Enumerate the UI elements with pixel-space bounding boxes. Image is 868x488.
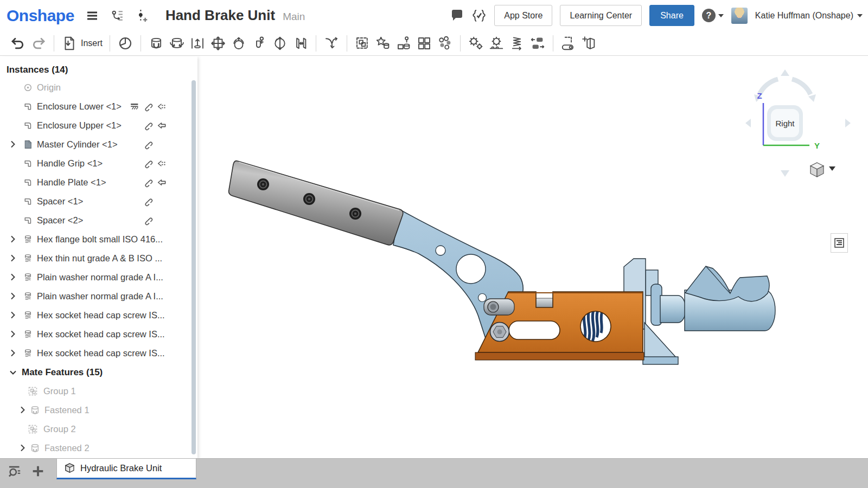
instance-row[interactable]: Handle Plate <1> (0, 173, 197, 192)
chevron-right-icon[interactable] (8, 310, 18, 320)
view-cube[interactable]: Right Z Y (742, 64, 867, 183)
toolbar-screw-relation-button[interactable] (527, 33, 548, 54)
chevron-right-icon[interactable] (8, 253, 18, 263)
toolbar-insert-button[interactable]: Insert (59, 33, 105, 54)
mate-features-header[interactable]: Mate Features (15) (0, 363, 197, 382)
view-options-caret-icon[interactable] (829, 166, 835, 171)
user-menu[interactable]: Katie Huffman (Onshape) (755, 11, 863, 21)
toolbar-planar-mate-button[interactable] (208, 33, 228, 54)
instance-row[interactable]: Hex socket head cap screw IS... (0, 344, 197, 363)
toolbar-parallel-mate-button[interactable] (290, 33, 311, 54)
rotate-left-arrow[interactable] (745, 119, 751, 127)
toolbar-sheet-metal-model-button[interactable] (558, 33, 579, 54)
hex-bolt[interactable] (490, 323, 509, 342)
document-menu-button[interactable] (85, 9, 99, 23)
mate-feature-row[interactable]: Fastened 2 (0, 439, 197, 458)
mate-feature-label: Group 2 (43, 424, 76, 434)
toolbar-revolute-mate-button[interactable] (167, 33, 187, 54)
instance-row[interactable]: Spacer <2> (0, 211, 197, 230)
rotate-up-arrow[interactable] (781, 69, 789, 76)
toolbar-slider-mate-button[interactable] (187, 33, 208, 54)
toolbar-group-button[interactable] (352, 33, 373, 54)
toolbar-pattern-button[interactable] (414, 33, 435, 54)
toolbar-undo-button[interactable] (8, 33, 28, 54)
manage-tabs-button[interactable] (4, 462, 24, 480)
toolbar-mate-relation-button[interactable] (321, 33, 342, 54)
chevron-right-icon[interactable] (8, 139, 18, 149)
toolbar-exploded-views-button[interactable] (393, 33, 414, 54)
instance-label: Enclosure Lower <1> (37, 101, 122, 112)
mate-relation-icon (323, 35, 340, 52)
toolbar-redo-button[interactable] (28, 33, 49, 54)
toolbar-fastened-mate-button[interactable] (146, 33, 167, 54)
learning-center-button[interactable]: Learning Center (560, 5, 642, 26)
share-button[interactable]: Share (649, 5, 694, 26)
rotate-ccw-arrow[interactable] (760, 79, 778, 94)
toolbar-spring-relation-button[interactable] (507, 33, 527, 54)
chevron-right-icon[interactable] (8, 329, 18, 339)
toolbar-rack-and-pinion-relation-button[interactable] (486, 33, 507, 54)
instance-row[interactable]: Origin (0, 78, 197, 97)
toolbar-ball-mate-button[interactable] (228, 33, 249, 54)
add-tab-button[interactable] (28, 462, 48, 480)
view-cube-face-label[interactable]: Right (775, 119, 795, 128)
planar-mate-icon (210, 35, 226, 52)
instance-row[interactable]: Hex socket head cap screw IS... (0, 306, 197, 325)
pivot-bolt[interactable] (484, 299, 514, 315)
toolbar-replicate-button[interactable] (435, 33, 455, 54)
toolbar-display-states-button[interactable] (579, 33, 599, 54)
link-icon (143, 158, 153, 169)
mate-feature-row[interactable]: Group 2 (0, 420, 197, 439)
instance-row[interactable]: Master Cylinder <1> (0, 135, 197, 154)
toolbar-pin-slot-mate-button[interactable] (249, 33, 270, 54)
toolbar-gear-relation-button[interactable] (465, 33, 486, 54)
instance-row[interactable]: Plain washer normal grade A I... (0, 287, 197, 306)
chevron-right-icon[interactable] (8, 272, 18, 282)
chevron-right-icon[interactable] (8, 291, 18, 301)
create-version-button[interactable] (136, 8, 150, 23)
featurescript-notices-button[interactable] (471, 8, 487, 23)
sidebar-scrollbar[interactable] (192, 80, 196, 454)
instance-row[interactable]: Plain washer normal grade A I... (0, 268, 197, 287)
rotate-cw-arrow[interactable] (792, 79, 810, 94)
instance-row[interactable]: Spacer <1> (0, 192, 197, 211)
toolbar-mate-connector-button[interactable] (115, 33, 136, 54)
mate-feature-row[interactable]: Fastened 1 (0, 401, 197, 420)
rotate-down-arrow[interactable] (781, 170, 789, 177)
instance-row[interactable]: Handle Grip <1> (0, 154, 197, 173)
search-tabs-icon (7, 464, 22, 479)
mate-connector-icon (117, 35, 133, 52)
master-cylinder-part[interactable] (624, 259, 775, 364)
instance-row[interactable]: Hex thin nut grade A & B ISO ... (0, 249, 197, 268)
onshape-logo[interactable]: Onshape (7, 7, 74, 25)
view-options-cube-icon[interactable] (810, 163, 824, 177)
help-icon: ? (702, 9, 716, 22)
display-states-icon (581, 35, 597, 52)
toolbar-cylindrical-mate-button[interactable] (270, 33, 290, 54)
chevron-right-icon[interactable] (18, 405, 28, 415)
handle-grip-part[interactable] (229, 161, 403, 245)
chevron-down-icon[interactable] (8, 368, 18, 377)
redo-icon (30, 35, 47, 52)
tab-hydraulic-brake-unit[interactable]: Hydraulic Brake Unit (56, 459, 196, 479)
app-store-button[interactable]: App Store (494, 5, 552, 26)
instance-row[interactable]: Hex flange bolt small ISO 416... (0, 230, 197, 249)
versions-history-button[interactable] (110, 8, 125, 23)
instance-row[interactable]: Hex socket head cap screw IS... (0, 325, 197, 344)
chevron-right-icon[interactable] (18, 443, 28, 453)
rotate-right-arrow[interactable] (845, 119, 851, 127)
rotate-cw-arrowhead[interactable] (808, 94, 816, 102)
chevron-right-icon[interactable] (8, 348, 18, 358)
instances-panel-toggle-button[interactable] (831, 233, 848, 253)
user-avatar[interactable] (731, 8, 748, 24)
chevron-right-icon[interactable] (8, 234, 18, 244)
part-icon (23, 196, 33, 207)
workspace-name[interactable]: Main (283, 11, 305, 23)
help-menu-button[interactable]: ? (702, 9, 724, 22)
toolbar-named-positions-button[interactable] (373, 33, 393, 54)
group-mate-icon (27, 386, 39, 397)
instance-row[interactable]: Enclosure Lower <1> (0, 97, 197, 116)
instance-row[interactable]: Enclosure Upper <1> (0, 116, 197, 135)
mate-feature-row[interactable]: Group 1 (0, 382, 197, 401)
comments-button[interactable] (450, 9, 464, 22)
